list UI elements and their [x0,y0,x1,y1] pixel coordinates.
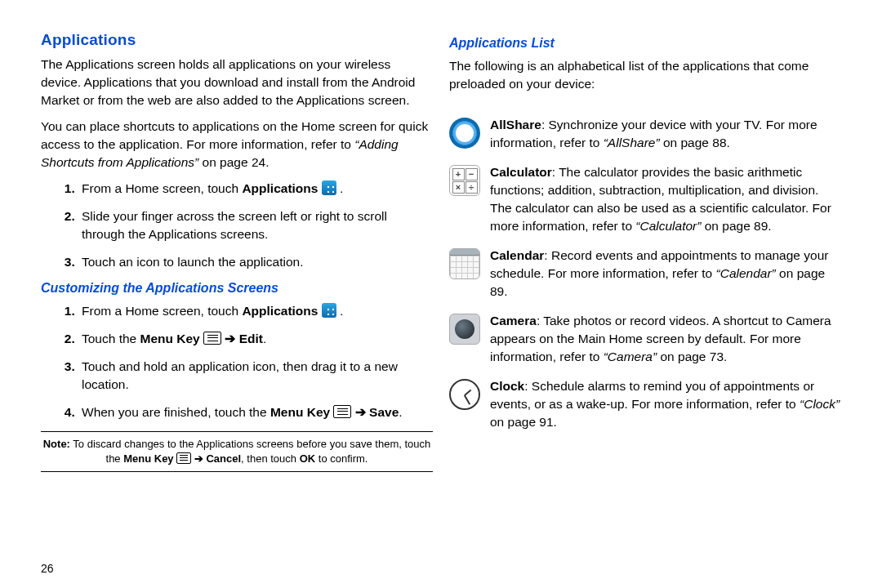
paragraph: You can place shortcuts to applications … [41,118,433,172]
app-entry-calendar: Calendar: Record events and appointments… [449,247,841,301]
divider [41,431,433,432]
text: on page 73. [657,350,727,363]
text: to confirm. [315,452,368,465]
step-item: Touch and hold an application icon, then… [78,358,433,394]
text: . [399,405,402,419]
text: . [263,332,266,345]
ui-label: OK [300,452,316,465]
app-entry-clock: Clock: Schedule alarms to remind you of … [449,377,841,431]
app-name: AllShare [490,118,541,131]
text: on page 24. [198,155,269,169]
calculator-icon: +−×÷ [449,165,480,196]
ordered-steps: From a Home screen, touch Applications .… [41,302,433,421]
left-column: Applications The Applications screen hol… [41,31,441,580]
subsection-heading: Customizing the Applications Screens [41,281,433,296]
text: on page 91. [490,415,557,429]
app-name: Calculator [490,165,552,179]
cross-ref: “Camera” [604,350,657,363]
manual-page: Applications The Applications screen hol… [0,0,882,588]
app-description: Calculator: The calculator provides the … [490,163,841,235]
app-description: AllShare: Synchronize your device with y… [490,116,841,152]
text: From a Home screen, touch [82,304,242,318]
app-description: Calendar: Record events and appointments… [490,247,841,301]
cross-ref: “Calendar” [716,266,776,280]
app-entry-camera: Camera: Take photos or record videos. A … [449,312,841,366]
text: Touch the [82,332,140,345]
ui-label: Save [369,405,399,419]
arrow-icon: ➔ [351,405,369,419]
text: on page 88. [660,136,730,149]
text: . [336,181,344,195]
camera-icon [449,314,480,345]
applications-icon [322,303,336,318]
note-label: Note: [43,438,70,450]
app-name: Clock [490,379,524,393]
clock-icon [449,379,480,410]
text: . [336,304,344,318]
page-number: 26 [41,562,54,575]
ui-label: Menu Key [270,405,330,419]
paragraph: The Applications screen holds all applic… [41,56,433,109]
ui-label: Applications [242,181,318,195]
text: , then touch [241,452,300,465]
arrow-icon: ➔ [191,452,206,465]
allshare-icon [449,118,480,149]
ordered-steps: From a Home screen, touch Applications .… [41,180,433,271]
cross-ref: “Clock” [800,397,840,411]
ui-label: Edit [239,332,263,345]
note-box: Note: To discard changes to the Applicat… [41,437,433,466]
app-entry-calculator: +−×÷ Calculator: The calculator provides… [449,163,841,235]
text: on page 89. [701,219,771,233]
step-item: From a Home screen, touch Applications . [78,302,433,320]
app-name: Camera [490,314,537,327]
applications-list: AllShare: Synchronize your device with y… [449,116,841,431]
menu-key-icon [203,332,221,345]
app-entry-allshare: AllShare: Synchronize your device with y… [449,116,841,152]
ui-label: Cancel [206,452,241,465]
menu-key-icon [176,452,191,464]
ui-label: Applications [242,304,318,318]
divider [41,471,433,472]
subsection-heading: Applications List [449,36,841,51]
calendar-icon [449,248,480,279]
step-item: From a Home screen, touch Applications . [78,180,433,198]
step-item: Slide your finger across the screen left… [78,207,433,243]
text: : Schedule alarms to remind you of appoi… [490,379,814,411]
menu-key-icon [333,405,351,418]
app-description: Camera: Take photos or record videos. A … [490,312,841,366]
step-item: Touch the Menu Key ➔ Edit. [78,330,433,348]
step-item: Touch an icon to launch the application. [78,253,433,271]
text: From a Home screen, touch [82,181,242,195]
applications-icon [322,180,336,195]
section-heading: Applications [41,31,433,49]
ui-label: Menu Key [123,452,173,465]
arrow-icon: ➔ [221,332,239,345]
cross-ref: “AllShare” [604,136,660,149]
app-description: Clock: Schedule alarms to remind you of … [490,377,841,431]
app-name: Calendar [490,248,544,262]
right-column: Applications List The following is an al… [441,31,841,580]
cross-ref: “Calculator” [635,219,701,233]
ui-label: Menu Key [140,332,200,345]
paragraph: The following is an alphabetical list of… [449,57,841,93]
text: When you are finished, touch the [82,405,270,419]
step-item: When you are finished, touch the Menu Ke… [78,403,433,421]
